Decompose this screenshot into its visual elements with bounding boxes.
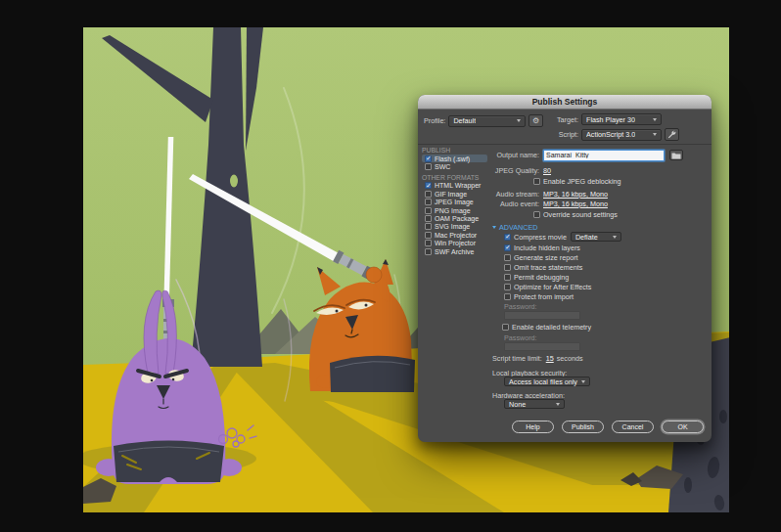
generate-size-report-row[interactable]: Generate size report	[504, 253, 712, 261]
include-hidden-layers-checkbox[interactable]	[504, 244, 511, 251]
sidebar-item-gif-image[interactable]: GIF Image	[422, 190, 487, 198]
script-dropdown[interactable]: ActionScript 3.0	[581, 129, 662, 141]
win-projector-checkbox[interactable]	[425, 240, 432, 246]
gear-icon: ⚙	[532, 116, 539, 125]
sidebar-item-flash-swf[interactable]: Flash (.swf)	[422, 155, 487, 162]
sidebar-item-svg-image[interactable]: SVG Image	[422, 223, 487, 231]
compress-method-dropdown[interactable]: Deflate	[571, 232, 621, 242]
omit-trace-row[interactable]: Omit trace statements	[504, 263, 712, 271]
sidebar-item-swf-archive[interactable]: SWF Archive	[422, 247, 487, 255]
flash-settings-panel: Output name: JPEG Quality: 80 Enable JPE…	[490, 146, 712, 442]
override-sound-row[interactable]: Override sound settings	[533, 210, 712, 218]
output-name-input[interactable]	[543, 150, 665, 161]
profile-dropdown[interactable]: Default	[448, 115, 526, 127]
compress-movie-checkbox[interactable]	[504, 234, 511, 241]
sidebar-item-swc[interactable]: SWC	[422, 162, 487, 170]
jpeg-deblocking-row[interactable]: Enable JPEG deblocking	[533, 177, 712, 185]
gif-image-checkbox[interactable]	[425, 191, 432, 198]
profile-label: Profile:	[424, 116, 445, 125]
telemetry-password-label: Password:	[504, 333, 537, 342]
target-dropdown[interactable]: Flash Player 30	[581, 113, 662, 125]
dialog-buttons: Help Publish Cancel OK	[512, 421, 712, 433]
png-image-checkbox[interactable]	[425, 207, 432, 214]
hardware-acceleration-dropdown[interactable]: None	[504, 399, 565, 409]
jpeg-quality-value[interactable]: 80	[543, 166, 551, 175]
omit-trace-checkbox[interactable]	[504, 264, 511, 271]
sidebar-item-html-wrapper[interactable]: HTML Wrapper	[422, 182, 487, 190]
playback-security-dropdown[interactable]: Access local files only	[504, 377, 590, 386]
swc-checkbox[interactable]	[425, 163, 432, 170]
mac-projector-checkbox[interactable]	[425, 232, 432, 239]
jpeg-deblocking-checkbox[interactable]	[533, 178, 540, 185]
compress-movie-row[interactable]: Compress movie Deflate	[504, 232, 712, 242]
audio-stream-label: Audio stream:	[490, 190, 539, 199]
publish-settings-dialog: Publish Settings Profile: Default ⚙ Targ…	[418, 95, 712, 442]
include-hidden-layers-row[interactable]: Include hidden layers	[504, 244, 712, 251]
oam-package-checkbox[interactable]	[425, 215, 432, 222]
chevron-down-icon	[556, 403, 560, 406]
sidebar-item-png-image[interactable]: PNG Image	[422, 206, 487, 214]
ok-button[interactable]: OK	[662, 421, 704, 433]
swf-archive-checkbox[interactable]	[425, 248, 432, 255]
sidebar-item-mac-projector[interactable]: Mac Projector	[422, 231, 487, 239]
generate-size-report-checkbox[interactable]	[504, 254, 511, 261]
wrench-icon	[667, 130, 676, 139]
audio-event-label: Audio event:	[490, 200, 539, 208]
output-name-label: Output name:	[490, 151, 539, 159]
sidebar-item-oam-package[interactable]: OAM Package	[422, 214, 487, 222]
permit-debugging-checkbox[interactable]	[504, 274, 511, 281]
chevron-down-icon	[653, 133, 657, 136]
script-time-limit-value[interactable]: 15	[546, 354, 554, 363]
override-sound-checkbox[interactable]	[533, 211, 540, 218]
script-time-limit-label: Script time limit:	[492, 354, 542, 363]
telemetry-password-input[interactable]	[504, 342, 580, 351]
protect-from-import-checkbox[interactable]	[504, 293, 511, 300]
svg-image-checkbox[interactable]	[425, 223, 432, 230]
chevron-down-icon	[581, 380, 585, 383]
format-sidebar: PUBLISH Flash (.swf) SWC OTHER FORMATS H…	[418, 146, 490, 442]
audio-event-value[interactable]: MP3, 16 kbps, Mono	[543, 200, 608, 208]
target-label: Target:	[553, 115, 578, 124]
jpeg-image-checkbox[interactable]	[425, 199, 432, 205]
jpeg-quality-label: JPEG Quality:	[490, 166, 539, 175]
dialog-header: Profile: Default ⚙ Target: Flash Player …	[418, 111, 712, 145]
html-wrapper-checkbox[interactable]	[425, 182, 432, 189]
sidebar-item-win-projector[interactable]: Win Projector	[422, 240, 487, 247]
password-label: Password:	[504, 302, 537, 311]
optimize-after-effects-checkbox[interactable]	[504, 284, 511, 290]
audio-stream-value[interactable]: MP3, 16 kbps, Mono	[543, 190, 608, 199]
publish-button[interactable]: Publish	[562, 421, 604, 433]
browse-output-button[interactable]	[669, 150, 683, 160]
other-formats-header: OTHER FORMATS	[422, 174, 490, 182]
cancel-button[interactable]: Cancel	[612, 421, 654, 433]
script-label: Script:	[553, 130, 578, 139]
protect-from-import-row[interactable]: Protect from import	[504, 292, 712, 300]
telemetry-row[interactable]: Enable detailed telemetry	[502, 323, 712, 331]
flash-swf-checkbox[interactable]	[425, 155, 432, 162]
optimize-after-effects-row[interactable]: Optimize for After Effects	[504, 283, 712, 290]
chevron-down-icon	[613, 236, 617, 239]
chevron-down-icon	[653, 118, 657, 121]
profile-options-button[interactable]: ⚙	[528, 114, 543, 127]
sidebar-item-jpeg-image[interactable]: JPEG Image	[422, 199, 487, 206]
help-button[interactable]: Help	[512, 421, 554, 433]
password-input[interactable]	[504, 311, 580, 320]
telemetry-checkbox[interactable]	[502, 324, 509, 331]
folder-icon	[671, 152, 681, 159]
dialog-title: Publish Settings	[418, 95, 712, 110]
publish-section-header: PUBLISH	[422, 147, 490, 155]
chevron-down-icon	[492, 226, 496, 229]
advanced-section-toggle[interactable]: ADVANCED	[492, 223, 712, 231]
chevron-down-icon	[517, 119, 521, 122]
permit-debugging-row[interactable]: Permit debugging	[504, 273, 712, 281]
script-settings-button[interactable]	[665, 128, 679, 141]
